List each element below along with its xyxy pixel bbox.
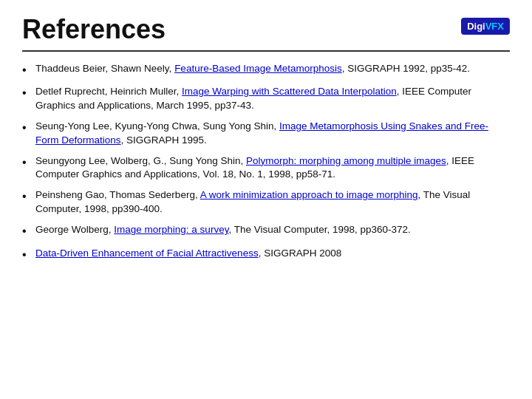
list-item: •George Wolberg, Image morphing: a surve… bbox=[22, 223, 510, 239]
logo-badge: DigiVFX bbox=[461, 18, 510, 35]
page-title: References bbox=[22, 15, 166, 44]
list-item: •Peinsheng Gao, Thomas Sederberg, A work… bbox=[22, 188, 510, 216]
logo-vfx: VFX bbox=[485, 21, 504, 32]
reference-link[interactable]: Data-Driven Enhancement of Facial Attrac… bbox=[35, 248, 259, 259]
reference-text: Detlef Ruprecht, Heinrich Muller, Image … bbox=[35, 85, 510, 113]
reference-text: Seungyong Lee, Wolberg, G., Sung Yong Sh… bbox=[35, 154, 510, 183]
bullet-icon: • bbox=[22, 188, 35, 205]
reference-text: Seung-Yong Lee, Kyung-Yong Chwa, Sung Yo… bbox=[35, 120, 510, 148]
divider bbox=[22, 50, 510, 52]
reference-link[interactable]: Polymorph: morphing among multiple image… bbox=[246, 155, 446, 166]
bullet-icon: • bbox=[22, 120, 35, 136]
list-item: •Detlef Ruprecht, Heinrich Muller, Image… bbox=[22, 85, 510, 113]
logo-digi: Digi bbox=[467, 21, 485, 32]
page: References DigiVFX •Thaddeus Beier, Shaw… bbox=[0, 0, 532, 399]
bullet-icon: • bbox=[22, 154, 35, 171]
bullet-icon: • bbox=[22, 85, 35, 101]
reference-text: Peinsheng Gao, Thomas Sederberg, A work … bbox=[35, 188, 510, 216]
reference-link[interactable]: Image Warping with Scattered Data Interp… bbox=[182, 86, 397, 97]
bullet-icon: • bbox=[22, 62, 35, 78]
reference-text: Thaddeus Beier, Shawn Neely, Feature-Bas… bbox=[35, 62, 510, 76]
list-item: •Data-Driven Enhancement of Facial Attra… bbox=[22, 247, 510, 263]
list-item: •Thaddeus Beier, Shawn Neely, Feature-Ba… bbox=[22, 62, 510, 78]
list-item: •Seungyong Lee, Wolberg, G., Sung Yong S… bbox=[22, 154, 510, 183]
reference-text: George Wolberg, Image morphing: a survey… bbox=[35, 223, 510, 237]
header: References DigiVFX bbox=[22, 15, 510, 44]
references-list: •Thaddeus Beier, Shawn Neely, Feature-Ba… bbox=[22, 62, 510, 263]
bullet-icon: • bbox=[22, 223, 35, 239]
bullet-icon: • bbox=[22, 247, 35, 263]
reference-text: Data-Driven Enhancement of Facial Attrac… bbox=[35, 247, 510, 261]
list-item: •Seung-Yong Lee, Kyung-Yong Chwa, Sung Y… bbox=[22, 120, 510, 148]
reference-link[interactable]: Image Metamorphosis Using Snakes and Fre… bbox=[35, 120, 488, 146]
reference-link[interactable]: Image morphing: a survey bbox=[114, 224, 228, 235]
reference-link[interactable]: A work minimization approach to image mo… bbox=[200, 189, 418, 200]
reference-link[interactable]: Feature-Based Image Metamorphosis bbox=[174, 63, 342, 74]
